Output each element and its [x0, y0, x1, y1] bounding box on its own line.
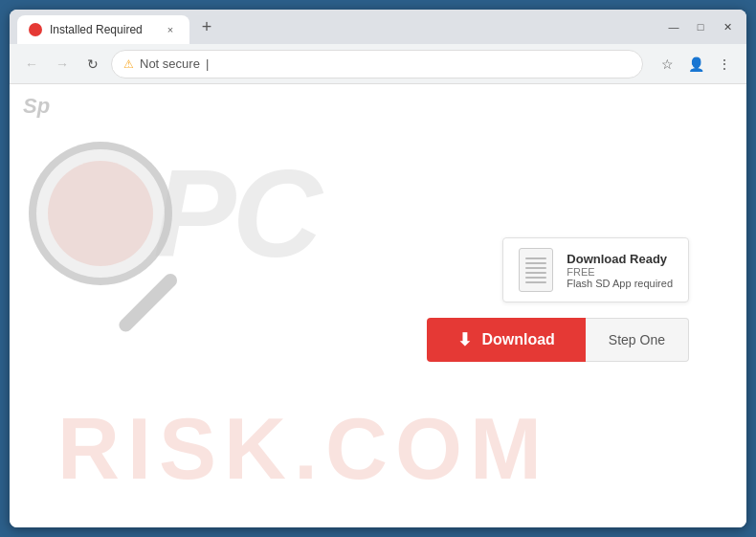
file-line-6: [525, 281, 546, 283]
page-content: PC RISK.COM Sp: [10, 84, 746, 527]
card-title: Download Ready: [567, 252, 673, 266]
tab-area: Installed Required × +: [17, 10, 662, 44]
file-line-5: [525, 277, 546, 279]
menu-button[interactable]: ⋮: [712, 52, 737, 77]
watermark-pc: PC: [153, 142, 319, 285]
file-line-1: [525, 257, 546, 259]
address-bar-input[interactable]: ⚠ Not secure |: [111, 50, 643, 78]
card-free-label: FREE: [567, 266, 673, 278]
address-bar: ← → ↻ ⚠ Not secure | ☆ 👤 ⋮: [10, 44, 746, 84]
file-line-4: [525, 272, 546, 274]
security-label: Not secure: [140, 56, 200, 71]
address-separator: |: [206, 56, 209, 71]
account-button[interactable]: 👤: [683, 52, 708, 77]
step-one-button[interactable]: Step One: [586, 318, 689, 362]
file-line-3: [525, 267, 546, 269]
window-controls: — □ ✕: [662, 15, 739, 38]
title-bar: Installed Required × + — □ ✕: [10, 10, 746, 44]
new-tab-button[interactable]: +: [193, 13, 220, 40]
close-button[interactable]: ✕: [716, 15, 739, 38]
download-icon: ⬇: [457, 329, 472, 350]
browser-window: Installed Required × + — □ ✕ ← → ↻ ⚠ Not…: [10, 10, 746, 527]
file-line-2: [525, 262, 546, 264]
magnifier-circle: [29, 142, 172, 285]
action-buttons: ⬇ Download Step One: [427, 318, 689, 362]
back-button[interactable]: ←: [19, 52, 44, 77]
download-button[interactable]: ⬇ Download: [427, 318, 585, 362]
download-card: Download Ready FREE Flash SD App require…: [427, 237, 689, 362]
sd-logo: Sp: [23, 94, 50, 119]
bookmark-button[interactable]: ☆: [655, 52, 679, 77]
file-icon: [519, 248, 553, 292]
tab-title: Installed Required: [50, 23, 155, 36]
tab-close-button[interactable]: ×: [163, 22, 178, 37]
watermark-risk: RISK.COM: [57, 400, 549, 499]
card-text: Download Ready FREE Flash SD App require…: [567, 252, 673, 289]
address-actions: ☆ 👤 ⋮: [655, 52, 737, 77]
maximize-button[interactable]: □: [689, 15, 712, 38]
security-icon: ⚠: [123, 57, 134, 71]
magnifier-handle: [116, 271, 179, 334]
tab-favicon: [29, 23, 42, 36]
magnifier-inner: [48, 161, 153, 266]
card-info: Download Ready FREE Flash SD App require…: [502, 237, 689, 302]
forward-button[interactable]: →: [50, 52, 75, 77]
refresh-button[interactable]: ↻: [80, 52, 105, 77]
active-tab[interactable]: Installed Required ×: [17, 15, 189, 44]
minimize-button[interactable]: —: [662, 15, 685, 38]
card-description: Flash SD App required: [567, 278, 673, 289]
download-label: Download: [481, 331, 554, 348]
magnifier-graphic: [29, 142, 201, 352]
